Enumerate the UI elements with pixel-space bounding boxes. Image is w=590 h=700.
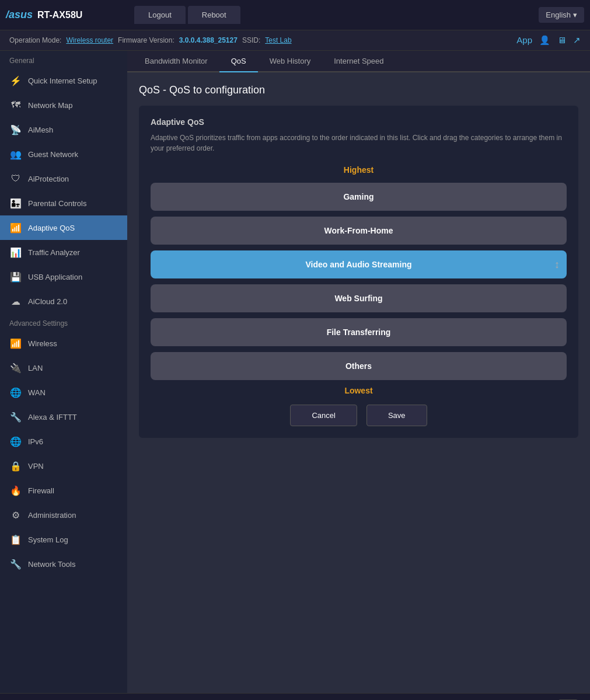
sidebar-item-label: USB Application xyxy=(28,273,82,281)
sidebar-item-parental-controls[interactable]: 👨‍👧 Parental Controls xyxy=(0,191,127,215)
sidebar-item-adaptive-qos[interactable]: 📶 Adaptive QoS xyxy=(0,215,127,240)
aiprotection-icon: 🛡 xyxy=(9,172,22,185)
sidebar-item-label: Quick Internet Setup xyxy=(28,76,97,85)
vpn-icon: 🔒 xyxy=(9,459,22,472)
advanced-section-label: Advanced Settings xyxy=(0,314,127,331)
tab-bandwidth-monitor[interactable]: Bandwidth Monitor xyxy=(133,51,219,72)
monitor-icon[interactable]: 🖥 xyxy=(557,35,566,46)
action-buttons: Cancel Save xyxy=(151,405,567,426)
cancel-button[interactable]: Cancel xyxy=(290,405,357,426)
sidebar-item-label: Adaptive QoS xyxy=(28,224,75,232)
sidebar-item-guest-network[interactable]: 👥 Guest Network xyxy=(0,142,127,166)
info-bar-right: App 👤 🖥 ↗ xyxy=(516,35,581,46)
usb-application-icon: 💾 xyxy=(9,270,22,283)
tabs-bar: Bandwidth Monitor QoS Web History Intern… xyxy=(127,51,590,72)
sidebar-item-label: AiProtection xyxy=(28,175,69,183)
sidebar-item-label: LAN xyxy=(28,364,43,372)
sidebar-item-label: System Log xyxy=(28,535,68,544)
app-link[interactable]: App xyxy=(516,35,532,46)
firmware-value: 3.0.0.4.388_25127 xyxy=(179,36,238,44)
sidebar: General ⚡ Quick Internet Setup 🗺 Network… xyxy=(0,51,127,693)
main-layout: General ⚡ Quick Internet Setup 🗺 Network… xyxy=(0,51,590,693)
sidebar-item-label: VPN xyxy=(28,462,44,471)
sidebar-item-aicloud[interactable]: ☁ AiCloud 2.0 xyxy=(0,289,127,314)
sidebar-item-ipv6[interactable]: 🌐 IPv6 xyxy=(0,429,127,454)
tab-qos[interactable]: QoS xyxy=(219,51,258,72)
page-content: QoS - QoS to configuration Adaptive QoS … xyxy=(127,72,590,693)
sidebar-item-label: Firewall xyxy=(28,486,54,495)
top-nav: Logout Reboot xyxy=(134,6,539,24)
sidebar-item-vpn[interactable]: 🔒 VPN xyxy=(0,454,127,478)
sidebar-item-alexa-ifttt[interactable]: 🔧 Alexa & IFTTT xyxy=(0,405,127,429)
qos-item-file-transferring[interactable]: File Transferring xyxy=(151,318,567,346)
info-bar: Operation Mode: Wireless router Firmware… xyxy=(0,30,590,51)
qos-item-others[interactable]: Others xyxy=(151,352,567,380)
sidebar-item-traffic-analyzer[interactable]: 📊 Traffic Analyzer xyxy=(0,240,127,264)
sidebar-item-label: Administration xyxy=(28,511,76,520)
administration-icon: ⚙ xyxy=(9,509,22,521)
logout-button[interactable]: Logout xyxy=(134,6,186,24)
sidebar-item-network-tools[interactable]: 🔧 Network Tools xyxy=(0,552,127,576)
adaptive-qos-desc: Adaptive QoS prioritizes traffic from ap… xyxy=(151,133,567,154)
language-selector[interactable]: English ▾ xyxy=(539,7,584,23)
sidebar-item-system-log[interactable]: 📋 System Log xyxy=(0,527,127,552)
wireless-icon: 📶 xyxy=(9,337,22,350)
sidebar-item-lan[interactable]: 🔌 LAN xyxy=(0,356,127,380)
user-icon[interactable]: 👤 xyxy=(539,35,550,46)
sidebar-item-usb-application[interactable]: 💾 USB Application xyxy=(0,264,127,289)
system-log-icon: 📋 xyxy=(9,533,22,546)
tab-internet-speed[interactable]: Internet Speed xyxy=(322,51,395,72)
qos-item-web-surfing[interactable]: Web Surfing xyxy=(151,284,567,312)
firewall-icon: 🔥 xyxy=(9,484,22,497)
page-title: QoS - QoS to configuration xyxy=(139,84,578,96)
sidebar-item-aimesh[interactable]: 📡 AiMesh xyxy=(0,117,127,142)
sidebar-item-label: Traffic Analyzer xyxy=(28,248,80,257)
sidebar-item-aiprotection[interactable]: 🛡 AiProtection xyxy=(0,166,127,191)
quick-internet-setup-icon: ⚡ xyxy=(9,74,22,87)
logo-area: /asus RT-AX58U xyxy=(6,9,134,21)
sidebar-item-label: IPv6 xyxy=(28,437,43,446)
save-button[interactable]: Save xyxy=(366,405,427,426)
qos-item-video-audio-streaming[interactable]: Video and Audio Streaming ↕ xyxy=(151,250,567,278)
sidebar-item-label: Parental Controls xyxy=(28,199,86,208)
aimesh-icon: 📡 xyxy=(9,123,22,136)
adaptive-qos-title: Adaptive QoS xyxy=(151,117,567,127)
ssid-value: Test Lab xyxy=(265,36,291,44)
sidebar-item-label: Network Map xyxy=(28,101,73,110)
network-tools-icon: 🔧 xyxy=(9,558,22,570)
lowest-label: Lowest xyxy=(151,386,567,395)
sidebar-item-administration[interactable]: ⚙ Administration xyxy=(0,503,127,527)
lan-icon: 🔌 xyxy=(9,361,22,374)
sidebar-item-wireless[interactable]: 📶 Wireless xyxy=(0,331,127,356)
operation-mode-label: Operation Mode: xyxy=(9,36,61,44)
tab-web-history[interactable]: Web History xyxy=(258,51,323,72)
ipv6-icon: 🌐 xyxy=(9,435,22,448)
sidebar-item-label: WAN xyxy=(28,388,46,397)
share-icon[interactable]: ↗ xyxy=(573,35,581,46)
sidebar-item-quick-internet-setup[interactable]: ⚡ Quick Internet Setup xyxy=(0,68,127,93)
network-map-icon: 🗺 xyxy=(9,99,22,112)
operation-mode-value: Wireless router xyxy=(66,36,113,44)
parental-controls-icon: 👨‍👧 xyxy=(9,197,22,210)
qos-item-work-from-home[interactable]: Work-From-Home xyxy=(151,217,567,245)
sidebar-item-network-map[interactable]: 🗺 Network Map xyxy=(0,93,127,117)
sidebar-item-label: Network Tools xyxy=(28,560,75,569)
ssid-label: SSID: xyxy=(242,36,260,44)
sidebar-item-label: Wireless xyxy=(28,339,57,348)
sidebar-item-wan[interactable]: 🌐 WAN xyxy=(0,380,127,405)
drag-cursor-icon: ↕ xyxy=(554,259,560,271)
qos-item-gaming[interactable]: Gaming xyxy=(151,183,567,211)
top-bar: /asus RT-AX58U Logout Reboot English ▾ xyxy=(0,0,590,30)
sidebar-item-firewall[interactable]: 🔥 Firewall xyxy=(0,478,127,503)
aicloud-icon: ☁ xyxy=(9,295,22,308)
traffic-analyzer-icon: 📊 xyxy=(9,246,22,259)
sidebar-item-label: Alexa & IFTTT xyxy=(28,413,77,422)
alexa-ifttt-icon: 🔧 xyxy=(9,410,22,423)
content-area: Bandwidth Monitor QoS Web History Intern… xyxy=(127,51,590,693)
sidebar-item-label: AiCloud 2.0 xyxy=(28,297,67,306)
footer: ? Help & Support Manual | Product Regist… xyxy=(0,693,590,700)
adaptive-qos-box: Adaptive QoS Adaptive QoS prioritizes tr… xyxy=(139,106,578,438)
chevron-down-icon: ▾ xyxy=(573,11,577,19)
general-section-label: General xyxy=(0,51,127,68)
reboot-button[interactable]: Reboot xyxy=(188,6,240,24)
